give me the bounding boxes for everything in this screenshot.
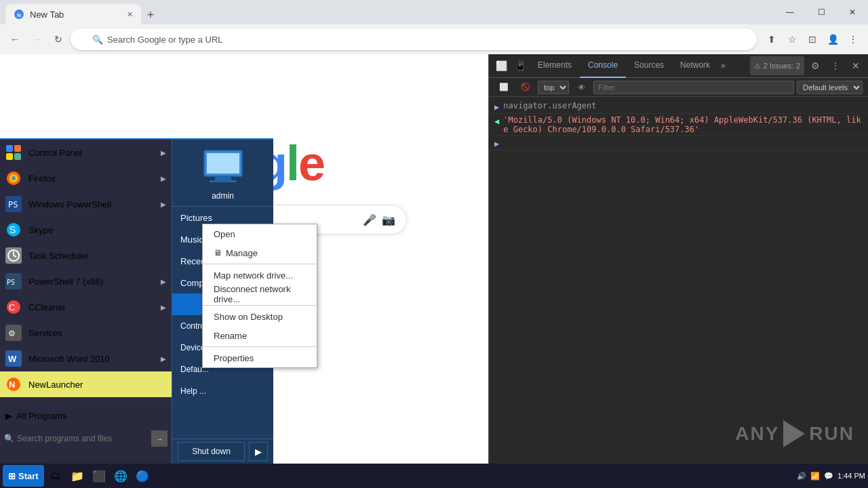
arrow-icon: ▶ <box>161 201 166 208</box>
lens-search-button[interactable]: 📷 <box>382 214 395 226</box>
address-bar-wrapper: 🔍 Search Google or type a URL <box>71 28 757 50</box>
shutdown-arrow-button[interactable]: ▶ <box>249 442 268 461</box>
address-text: Search Google or type a URL <box>107 35 223 45</box>
close-button[interactable]: ✕ <box>837 0 868 24</box>
devtools-ellipsis-button[interactable]: ⋮ <box>826 56 845 75</box>
context-menu: Open 🖥 Manage Map network drive... Disco… <box>202 224 317 368</box>
search-submit-button[interactable]: → <box>151 430 167 447</box>
context-selector[interactable]: top <box>538 81 569 94</box>
clear-console-button[interactable]: 🚫 <box>516 78 535 97</box>
log-level-selector[interactable]: Default levels <box>797 81 863 94</box>
toolbar-icons: ⬆ ☆ ⊡ 👤 ⋮ <box>762 30 863 49</box>
right-panel-help[interactable]: Help ... <box>172 380 273 402</box>
arrow-icon: ▶ <box>161 304 166 311</box>
taskbar-chrome-icon[interactable]: 🌐 <box>111 466 131 486</box>
bookmark-icon[interactable]: ☆ <box>783 30 802 49</box>
ctx-separator-2 <box>203 305 317 306</box>
svg-text:PS: PS <box>8 200 18 209</box>
console-filter-input[interactable] <box>593 81 794 94</box>
svg-point-8 <box>12 176 16 180</box>
svg-text:PS: PS <box>7 279 15 286</box>
svg-text:N: N <box>9 380 15 390</box>
expand-arrow[interactable]: ▶ <box>494 102 499 112</box>
search-bar: 🔍 → <box>0 428 172 449</box>
new-tab-button[interactable]: + <box>141 5 160 24</box>
tab-console[interactable]: Console <box>580 54 626 78</box>
devtools-settings-button[interactable]: ⚙ <box>806 56 825 75</box>
devtools-device-button[interactable]: 📱 <box>511 56 530 75</box>
start-button[interactable]: ⊞ Start <box>3 465 44 487</box>
taskbar-cmd-icon[interactable]: ⬛ <box>89 466 109 486</box>
active-tab[interactable]: N New Tab ✕ <box>5 4 141 24</box>
taskbar-ie-icon[interactable]: 🔵 <box>132 466 153 486</box>
tab-sources[interactable]: Sources <box>626 54 672 78</box>
time-display: 1:44 PM <box>837 472 865 480</box>
arrow-icon: ▶ <box>161 278 166 285</box>
sidebar-item-control-panel[interactable]: Control Panel ▶ <box>0 140 172 165</box>
sidebar-item-ccleaner[interactable]: C CCleaner ▶ <box>0 294 172 320</box>
start-search-input[interactable] <box>17 434 149 443</box>
issues-badge[interactable]: ⚠ 2 Issues: 2 <box>750 56 804 75</box>
devtools-inspect-btn2[interactable]: ⬜ <box>494 78 513 97</box>
minimize-button[interactable]: — <box>774 0 806 24</box>
console-line-2: ◀ 'Mozilla/5.0 (Windows NT 10.0; Win64; … <box>489 114 868 136</box>
voice-search-button[interactable]: 🎤 <box>363 214 376 226</box>
ctx-show-desktop[interactable]: Show on Desktop <box>203 307 317 326</box>
taskbar-right: 🔊 📶 💬 1:44 PM <box>797 472 865 481</box>
powershell-x86-icon: PS <box>5 273 22 289</box>
sidebar-item-powershell-x86[interactable]: PS PowerShell 7 (x86) ▶ <box>0 268 172 294</box>
sidebar-item-newlauncher[interactable]: N NewLauncher <box>0 371 172 397</box>
sidebar-item-task-scheduler[interactable]: Task Scheduler <box>0 243 172 268</box>
ctx-rename[interactable]: Rename <box>203 326 317 345</box>
console-line-3: ▶ <box>489 136 868 150</box>
tab-network[interactable]: Network <box>672 54 718 78</box>
split-icon[interactable]: ⊡ <box>803 30 822 49</box>
sidebar-item-powershell[interactable]: PS Windows PowerShell ▶ <box>0 191 172 217</box>
ctx-disconnect[interactable]: Disconnect network drive... <box>203 285 317 304</box>
devtools-inspect-button[interactable]: ⬜ <box>492 56 511 75</box>
profile-icon[interactable]: 👤 <box>823 30 842 49</box>
ctx-open[interactable]: Open <box>203 224 317 243</box>
address-bar[interactable]: 🔍 Search Google or type a URL <box>71 28 757 50</box>
powershell-icon: PS <box>5 196 22 212</box>
svg-text:N: N <box>17 12 21 18</box>
speaker-icon[interactable]: 🔊 <box>797 472 806 481</box>
tab-bar: N New Tab ✕ + — ☐ ✕ <box>0 0 868 24</box>
svg-text:⚙: ⚙ <box>8 329 16 338</box>
ctx-map-drive[interactable]: Map network drive... <box>203 266 317 285</box>
tab-close-button[interactable]: ✕ <box>127 10 133 19</box>
expand-arrow-2[interactable]: ▶ <box>494 139 499 148</box>
devtools-tabs-row: ⬜ 📱 Elements Console Sources Network » ⚠… <box>489 54 868 78</box>
taskbar: ⊞ Start 🗂 📁 ⬛ 🌐 🔵 🔊 📶 💬 1:44 PM <box>0 464 868 488</box>
tab-elements[interactable]: Elements <box>530 54 580 78</box>
refresh-button[interactable]: ↻ <box>49 30 68 49</box>
arrow-icon: ▶ <box>161 149 166 157</box>
back-button[interactable]: ← <box>5 30 24 49</box>
devtools-close-button[interactable]: ✕ <box>846 56 865 75</box>
devtools-panel: ⬜ 📱 Elements Console Sources Network » ⚠… <box>488 54 868 488</box>
menu-icon[interactable]: ⋮ <box>844 30 863 49</box>
all-programs-button[interactable]: ▶ All Programs <box>0 403 172 428</box>
sidebar-item-skype[interactable]: S Skype <box>0 217 172 243</box>
maximize-button[interactable]: ☐ <box>806 0 837 24</box>
watch-expressions-button[interactable]: 👁 <box>572 78 591 97</box>
newlauncher-icon: N <box>5 376 22 392</box>
ctx-properties[interactable]: Properties <box>203 348 317 367</box>
sidebar-item-firefox[interactable]: Firefox ▶ <box>0 165 172 191</box>
ctx-manage[interactable]: 🖥 Manage <box>203 243 317 262</box>
forward-button[interactable]: → <box>27 30 46 49</box>
address-bar-row: ← → ↻ 🔍 Search Google or type a URL ⬆ ☆ … <box>0 24 868 54</box>
ccleaner-icon: C <box>5 299 22 315</box>
shutdown-button[interactable]: Shut down <box>178 442 245 461</box>
devtools-more-tabs[interactable]: » <box>721 61 726 70</box>
svg-rect-5 <box>14 153 21 160</box>
start-menu-divider <box>0 400 172 401</box>
sidebar-item-services[interactable]: ⚙ Services <box>0 320 172 346</box>
taskbar-folder-icon[interactable]: 📁 <box>67 466 87 486</box>
output-arrow: ◀ <box>494 117 499 126</box>
network-tray-icon[interactable]: 📶 <box>810 472 820 481</box>
sidebar-item-ms-word[interactable]: W Microsoft Word 2010 ▶ <box>0 346 172 371</box>
notification-icon[interactable]: 💬 <box>824 472 833 481</box>
taskbar-explorer-icon[interactable]: 🗂 <box>45 466 66 486</box>
share-icon[interactable]: ⬆ <box>762 30 781 49</box>
